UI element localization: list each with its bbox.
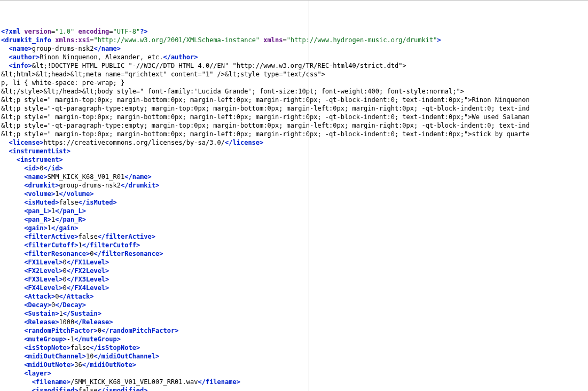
token-tag: <?xml bbox=[1, 28, 20, 35]
code-line: <volume>1</volume> bbox=[1, 190, 587, 198]
token-txt bbox=[1, 361, 24, 369]
token-txt bbox=[1, 335, 24, 343]
code-line: <randomPitchFactor>0</randomPitchFactor> bbox=[1, 326, 587, 335]
token-txt bbox=[1, 353, 24, 360]
token-tag: </Decay> bbox=[55, 301, 86, 309]
token-txt: 1 bbox=[48, 224, 51, 232]
token-tag: <Decay> bbox=[24, 301, 51, 309]
token-txt bbox=[1, 156, 17, 163]
token-txt: 0 bbox=[40, 165, 43, 172]
code-line: <drumkit_info xmlns:xsi="http://www.w3.o… bbox=[1, 36, 587, 44]
token-tag: <pan_R> bbox=[24, 216, 51, 223]
token-tag: </randomPitchFactor> bbox=[101, 327, 179, 334]
code-line: &lt;p style=" margin-top:0px; margin-bot… bbox=[1, 113, 587, 121]
token-txt bbox=[1, 216, 24, 223]
code-line: <layer> bbox=[1, 369, 587, 378]
token-tag: <Sustain> bbox=[24, 310, 59, 317]
token-txt: Rinon Ninquenon, Alexander, etc. bbox=[40, 53, 163, 61]
token-tag: <author> bbox=[9, 53, 40, 61]
token-tag: </Attack> bbox=[59, 293, 93, 300]
token-tag: </midiOutChannel> bbox=[93, 353, 159, 360]
token-tag: <FX3Level> bbox=[24, 276, 62, 283]
token-txt bbox=[1, 276, 24, 283]
token-txt: /SMM_KICK_K68_V01_VEL007_RR01.wav bbox=[70, 378, 198, 386]
token-tag: </filterCutoff> bbox=[82, 241, 140, 249]
token-txt bbox=[1, 199, 24, 206]
code-line: <FX1Level>0</FX1Level> bbox=[1, 258, 587, 267]
token-tag: </Sustain> bbox=[63, 310, 101, 317]
token-txt: 1000 bbox=[59, 318, 74, 326]
token-txt bbox=[1, 250, 24, 257]
token-tag: </volume> bbox=[59, 190, 93, 198]
token-txt bbox=[1, 45, 9, 52]
token-txt: false bbox=[70, 344, 90, 351]
token-tag: <instrument> bbox=[17, 156, 63, 163]
token-txt bbox=[1, 293, 24, 300]
token-txt: &lt;p style="-qt-paragraph-type:empty; m… bbox=[1, 122, 530, 129]
token-txt: 1 bbox=[79, 241, 82, 249]
token-tag: </Release> bbox=[74, 318, 113, 326]
code-line: <isMuted>false</isMuted> bbox=[1, 198, 587, 207]
token-tag: </FX4Level> bbox=[67, 284, 109, 292]
token-tag: <muteGroup> bbox=[24, 335, 66, 343]
token-tag: </gain> bbox=[51, 224, 79, 232]
token-txt: &lt;!DOCTYPE HTML PUBLIC "-//W3C//DTD HT… bbox=[32, 62, 406, 69]
token-txt bbox=[1, 173, 24, 181]
xml-source-view[interactable]: <?xml version="1.0" encoding="UTF-8"?><d… bbox=[1, 27, 587, 391]
token-tag: <name> bbox=[9, 45, 32, 52]
token-attr: version bbox=[24, 28, 51, 35]
token-tag: > bbox=[437, 36, 441, 44]
token-txt bbox=[1, 233, 24, 240]
token-txt bbox=[1, 301, 24, 309]
token-tag: <filterCutoff> bbox=[24, 241, 78, 249]
token-txt bbox=[1, 259, 24, 266]
token-tag: <layer> bbox=[24, 370, 51, 377]
code-line: <FX2Level>0</FX2Level> bbox=[1, 267, 587, 275]
code-line: <?xml version="1.0" encoding="UTF-8"?> bbox=[1, 27, 587, 36]
token-tag: </name> bbox=[124, 173, 152, 181]
token-txt: = bbox=[109, 28, 113, 35]
token-tag: <info> bbox=[9, 62, 32, 69]
code-line: <info>&lt;!DOCTYPE HTML PUBLIC "-//W3C//… bbox=[1, 61, 587, 70]
token-tag: <ismodified> bbox=[32, 387, 79, 391]
token-tag: <FX2Level> bbox=[24, 267, 62, 275]
code-line: <pan_R>1</pan_R> bbox=[1, 215, 587, 224]
token-txt: 0 bbox=[63, 267, 67, 275]
token-txt bbox=[1, 62, 9, 69]
token-tag: <filterResonance> bbox=[24, 250, 90, 257]
token-txt: 0 bbox=[63, 284, 67, 292]
token-tag: <filterActive> bbox=[24, 233, 78, 240]
token-txt bbox=[1, 387, 32, 391]
code-line: <filterActive>false</filterActive> bbox=[1, 232, 587, 241]
code-line: <Attack>0</Attack> bbox=[1, 292, 587, 301]
code-line: <instrumentList> bbox=[1, 147, 587, 155]
code-line: <license>https://creativecommons.org/lic… bbox=[1, 138, 587, 147]
code-line: <instrument> bbox=[1, 155, 587, 164]
token-txt: 0 bbox=[98, 327, 101, 334]
token-txt bbox=[1, 190, 24, 198]
token-tag: <pan_L> bbox=[24, 207, 51, 215]
token-txt bbox=[1, 267, 24, 275]
token-txt: 0 bbox=[63, 259, 67, 266]
token-str: "http://www.w3.org/2001/XMLSchema-instan… bbox=[93, 36, 260, 44]
token-txt bbox=[74, 28, 78, 35]
token-tag: <name> bbox=[24, 173, 47, 181]
token-txt bbox=[1, 327, 24, 334]
token-txt: https://creativecommons.org/licenses/by-… bbox=[43, 139, 225, 146]
code-line: &lt;/style>&lt;/head>&lt;body style=" fo… bbox=[1, 87, 587, 96]
token-txt bbox=[1, 318, 24, 326]
code-line: <FX4Level>0</FX4Level> bbox=[1, 284, 587, 292]
token-txt: group-drums-nsk2 bbox=[32, 45, 94, 52]
token-tag: </midiOutNote> bbox=[82, 361, 136, 369]
code-line: <midiOutChannel>10</midiOutChannel> bbox=[1, 352, 587, 361]
token-tag: </license> bbox=[225, 139, 263, 146]
token-tag: <isStopNote> bbox=[24, 344, 70, 351]
code-line: <filename>/SMM_KICK_K68_V01_VEL007_RR01.… bbox=[1, 378, 587, 386]
token-txt: -1 bbox=[67, 335, 74, 343]
token-tag: <filename> bbox=[32, 378, 70, 386]
token-tag: <drumkit_info bbox=[1, 36, 51, 44]
token-txt: false bbox=[59, 199, 78, 206]
token-txt bbox=[1, 53, 9, 61]
token-txt bbox=[1, 207, 24, 215]
token-txt bbox=[1, 224, 24, 232]
